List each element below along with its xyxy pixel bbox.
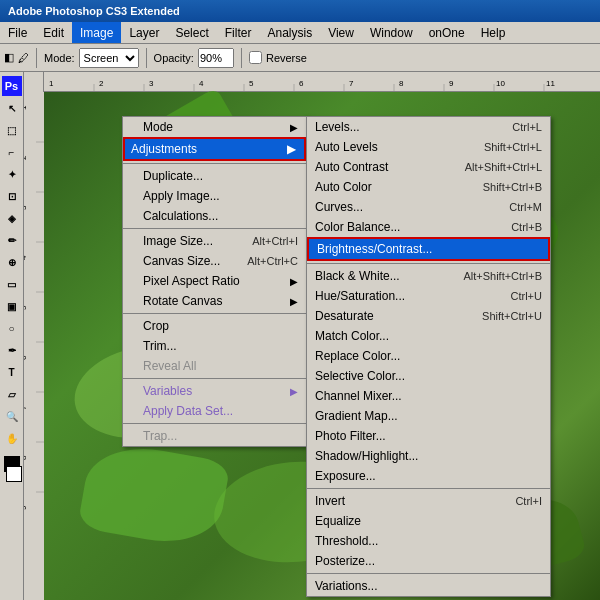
tool-bg-color[interactable]: [6, 466, 22, 482]
sub-sep-1: [307, 263, 550, 264]
sub-item-hue-saturation[interactable]: Hue/Saturation... Ctrl+U: [307, 286, 550, 306]
tool-lasso[interactable]: ⌐: [2, 142, 22, 162]
menu-item-apply-image[interactable]: Apply Image...: [123, 186, 306, 206]
opacity-input[interactable]: [198, 48, 234, 68]
menu-item-mode[interactable]: Mode ▶: [123, 117, 306, 137]
title-bar: Adobe Photoshop CS3 Extended: [0, 0, 600, 22]
sub-item-replace-color[interactable]: Replace Color...: [307, 346, 550, 366]
menu-item-trim[interactable]: Trim...: [123, 336, 306, 356]
menu-help[interactable]: Help: [473, 22, 514, 43]
sub-item-selective-color-label: Selective Color...: [315, 369, 405, 383]
sub-item-curves-label: Curves...: [315, 200, 363, 214]
menu-item-crop[interactable]: Crop: [123, 316, 306, 336]
menu-item-calculations[interactable]: Calculations...: [123, 206, 306, 226]
tool-clone[interactable]: ⊕: [2, 252, 22, 272]
sub-item-equalize[interactable]: Equalize: [307, 511, 550, 531]
menu-onone[interactable]: onOne: [421, 22, 473, 43]
sub-item-selective-color[interactable]: Selective Color...: [307, 366, 550, 386]
svg-text:7: 7: [349, 79, 354, 88]
sub-item-exposure[interactable]: Exposure...: [307, 466, 550, 486]
sub-item-photo-filter-label: Photo Filter...: [315, 429, 386, 443]
sub-item-match-color[interactable]: Match Color...: [307, 326, 550, 346]
tool-wand[interactable]: ✦: [2, 164, 22, 184]
sub-item-invert[interactable]: Invert Ctrl+I: [307, 491, 550, 511]
sub-item-black-white[interactable]: Black & White... Alt+Shift+Ctrl+B: [307, 266, 550, 286]
main-area: Ps ↖ ⬚ ⌐ ✦ ⊡ ◈ ✏ ⊕ ▭ ▣ ○ ✒ T ▱ 🔍 ✋ 1 2 3: [0, 72, 600, 600]
image-dropdown-menu: Mode ▶ Adjustments ▶ Duplicate... Apply …: [122, 116, 307, 447]
sub-item-brightness-contrast[interactable]: Brightness/Contrast...: [307, 237, 550, 261]
menu-view[interactable]: View: [320, 22, 362, 43]
menu-analysis[interactable]: Analysis: [259, 22, 320, 43]
sub-item-shadow-highlight[interactable]: Shadow/Highlight...: [307, 446, 550, 466]
svg-text:3: 3: [24, 205, 28, 210]
menu-select[interactable]: Select: [167, 22, 216, 43]
reverse-checkbox[interactable]: [249, 51, 262, 64]
menu-item-canvas-size-shortcut: Alt+Ctrl+C: [247, 255, 298, 267]
sub-item-posterize-label: Posterize...: [315, 554, 375, 568]
svg-text:8: 8: [399, 79, 404, 88]
tool-eraser[interactable]: ▭: [2, 274, 22, 294]
toolbar-sep2: [146, 48, 147, 68]
menu-item-image-size[interactable]: Image Size... Alt+Ctrl+I: [123, 231, 306, 251]
menu-filter[interactable]: Filter: [217, 22, 260, 43]
tool-zoom[interactable]: 🔍: [2, 406, 22, 426]
mode-select[interactable]: Screen Normal Multiply Overlay: [79, 48, 139, 68]
tool-eyedropper[interactable]: ◈: [2, 208, 22, 228]
sub-item-channel-mixer[interactable]: Channel Mixer...: [307, 386, 550, 406]
sub-item-channel-mixer-label: Channel Mixer...: [315, 389, 402, 403]
tool-crop[interactable]: ⊡: [2, 186, 22, 206]
sub-item-hue-saturation-shortcut: Ctrl+U: [511, 290, 542, 302]
sub-item-variations[interactable]: Variations...: [307, 576, 550, 596]
menu-item-adjustments[interactable]: Adjustments ▶: [123, 137, 306, 161]
menu-item-duplicate-label: Duplicate...: [143, 169, 203, 183]
svg-text:6: 6: [299, 79, 304, 88]
tool-hand[interactable]: ✋: [2, 428, 22, 448]
menu-item-variables-arrow: ▶: [290, 386, 298, 397]
menu-layer[interactable]: Layer: [121, 22, 167, 43]
sub-item-threshold[interactable]: Threshold...: [307, 531, 550, 551]
sub-item-color-balance[interactable]: Color Balance... Ctrl+B: [307, 217, 550, 237]
menu-item-duplicate[interactable]: Duplicate...: [123, 166, 306, 186]
svg-text:9: 9: [449, 79, 454, 88]
tool-gradient[interactable]: ▣: [2, 296, 22, 316]
menu-file[interactable]: File: [0, 22, 35, 43]
sub-item-photo-filter[interactable]: Photo Filter...: [307, 426, 550, 446]
menu-item-trap: Trap...: [123, 426, 306, 446]
toolbar-icon2: 🖊: [18, 52, 29, 64]
svg-text:2: 2: [24, 155, 28, 160]
menu-window[interactable]: Window: [362, 22, 421, 43]
sub-item-posterize[interactable]: Posterize...: [307, 551, 550, 571]
sub-item-auto-levels[interactable]: Auto Levels Shift+Ctrl+L: [307, 137, 550, 157]
sub-sep-3: [307, 573, 550, 574]
sub-item-hue-saturation-label: Hue/Saturation...: [315, 289, 405, 303]
svg-text:10: 10: [496, 79, 505, 88]
tool-shape[interactable]: ▱: [2, 384, 22, 404]
svg-text:6: 6: [24, 355, 28, 360]
sub-item-curves[interactable]: Curves... Ctrl+M: [307, 197, 550, 217]
menu-item-apply-data-set[interactable]: Apply Data Set...: [123, 401, 306, 421]
menu-item-rotate-canvas-label: Rotate Canvas: [143, 294, 222, 308]
tool-pen[interactable]: ✒: [2, 340, 22, 360]
menu-item-rotate-canvas[interactable]: Rotate Canvas ▶: [123, 291, 306, 311]
menu-image[interactable]: Image: [72, 22, 121, 43]
tool-dodge[interactable]: ○: [2, 318, 22, 338]
menu-item-pixel-aspect-ratio[interactable]: Pixel Aspect Ratio ▶: [123, 271, 306, 291]
sub-item-black-white-shortcut: Alt+Shift+Ctrl+B: [463, 270, 542, 282]
tool-move[interactable]: ↖: [2, 98, 22, 118]
sub-item-levels[interactable]: Levels... Ctrl+L: [307, 117, 550, 137]
menu-item-mode-label: Mode: [143, 120, 173, 134]
menu-sep-1: [123, 163, 306, 164]
sub-item-desaturate[interactable]: Desaturate Shift+Ctrl+U: [307, 306, 550, 326]
menu-edit[interactable]: Edit: [35, 22, 72, 43]
menu-item-adjustments-label: Adjustments: [131, 142, 197, 156]
sub-item-auto-levels-label: Auto Levels: [315, 140, 378, 154]
sub-item-gradient-map[interactable]: Gradient Map...: [307, 406, 550, 426]
menu-item-canvas-size[interactable]: Canvas Size... Alt+Ctrl+C: [123, 251, 306, 271]
tool-type[interactable]: T: [2, 362, 22, 382]
sub-item-auto-contrast[interactable]: Auto Contrast Alt+Shift+Ctrl+L: [307, 157, 550, 177]
sub-item-auto-color[interactable]: Auto Color Shift+Ctrl+B: [307, 177, 550, 197]
sub-item-black-white-label: Black & White...: [315, 269, 400, 283]
tool-select[interactable]: ⬚: [2, 120, 22, 140]
tool-brush[interactable]: ✏: [2, 230, 22, 250]
menu-item-variables[interactable]: Variables ▶: [123, 381, 306, 401]
